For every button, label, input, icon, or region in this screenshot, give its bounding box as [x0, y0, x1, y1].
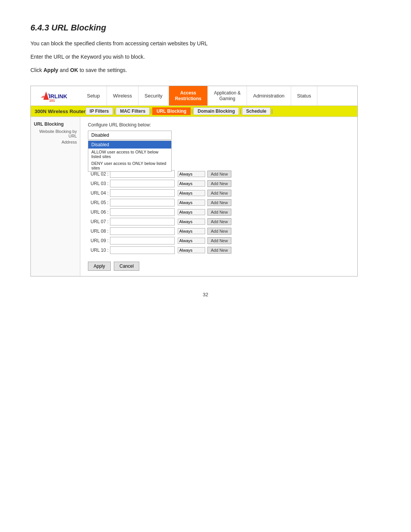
url-06-add-new-button[interactable]: Add New	[207, 209, 231, 216]
subtab-url-blocking[interactable]: URL Blocking	[152, 107, 190, 115]
ok-bold: OK	[70, 67, 78, 73]
subtab-mac-filters[interactable]: MAC Filters	[116, 107, 150, 115]
para3: Click Apply and OK to save the settings.	[30, 66, 381, 74]
url-09-label: URL 09 :	[88, 238, 110, 243]
url-02-schedule[interactable]: Always	[178, 171, 205, 177]
tab-administration[interactable]: Administration	[247, 86, 291, 105]
tab-access-restrictions[interactable]: AccessRestrictions	[169, 86, 208, 105]
para1: You can block the specified clients from…	[30, 40, 381, 48]
page-title: 6.4.3 URL Blocking	[30, 23, 381, 33]
url-06-label: URL 06 :	[88, 209, 110, 215]
subtab-domain-blocking[interactable]: Domain Blocking	[193, 107, 239, 115]
url-05-input[interactable]	[110, 199, 175, 206]
svg-text:101: 101	[49, 99, 55, 102]
main-area: URL Blocking Website Blocking by URL Add…	[31, 117, 357, 276]
url-10-input[interactable]	[110, 246, 175, 254]
page-number: 32	[30, 292, 381, 297]
url-row-04: URL 04 : Always Add New	[88, 189, 350, 197]
url-10-add-new-button[interactable]: Add New	[207, 247, 231, 254]
url-02-label: URL 02 :	[88, 171, 110, 177]
sub-tabs-container: IP Filters | MAC Filters | URL Blocking …	[86, 107, 273, 115]
url-08-label: URL 08 :	[88, 228, 110, 234]
url-04-add-new-button[interactable]: Add New	[207, 190, 231, 197]
url-02-add-new-button[interactable]: Add New	[207, 171, 231, 177]
url-07-label: URL 07 :	[88, 219, 110, 224]
url-04-schedule[interactable]: Always	[178, 190, 205, 196]
url-rows-container: URL 02 : Always Add New URL 03 : Always …	[88, 170, 350, 254]
url-07-input[interactable]	[110, 218, 175, 225]
url-05-label: URL 05 :	[88, 200, 110, 205]
url-row-06: URL 06 : Always Add New	[88, 208, 350, 216]
sidebar-section-title: URL Blocking	[34, 121, 77, 127]
url-09-add-new-button[interactable]: Add New	[207, 237, 231, 244]
url-row-09: URL 09 : Always Add New	[88, 237, 350, 244]
url-07-add-new-button[interactable]: Add New	[207, 218, 231, 225]
para2: Enter the URL or the Keyword you wish to…	[30, 53, 381, 61]
url-08-schedule[interactable]: Always	[178, 228, 205, 234]
content-area: Configure URL Blocking below: Disabled A…	[80, 117, 357, 276]
dropdown-options-list: Disabled ALLOW user access to ONLY below…	[88, 141, 172, 172]
blocking-mode-select[interactable]: Disabled ALLOW user access to ONLY below…	[88, 131, 172, 140]
url-row-05: URL 05 : Always Add New	[88, 199, 350, 206]
dropdown-option-allow[interactable]: ALLOW user access to ONLY below listed s…	[88, 149, 171, 160]
url-08-input[interactable]	[110, 227, 175, 235]
dropdown-option-disabled-selected[interactable]: Disabled	[88, 141, 171, 149]
subtitle-bar: 300N Wireless Router IP Filters | MAC Fi…	[31, 106, 357, 117]
apply-button[interactable]: Apply	[88, 262, 111, 271]
url-row-07: URL 07 : Always Add New	[88, 218, 350, 225]
config-label: Configure URL Blocking below:	[88, 122, 350, 128]
sidebar-item-website-blocking: Website Blocking by URL	[34, 129, 77, 138]
logo-area: IRLINK 101 ®	[31, 86, 80, 105]
cancel-button[interactable]: Cancel	[114, 262, 139, 271]
blocking-mode-dropdown-wrapper: Disabled ALLOW user access to ONLY below…	[88, 131, 172, 140]
tab-setup[interactable]: Setup	[80, 86, 107, 105]
apply-bold: Apply	[43, 67, 58, 73]
url-05-schedule[interactable]: Always	[178, 200, 205, 206]
sidebar-item-address: Address	[34, 140, 77, 144]
url-06-input[interactable]	[110, 208, 175, 216]
subtab-schedule[interactable]: Schedule	[242, 107, 271, 115]
url-03-label: URL 03 :	[88, 181, 110, 186]
url-07-schedule[interactable]: Always	[178, 219, 205, 225]
subtab-ip-filters[interactable]: IP Filters	[86, 107, 113, 115]
url-10-schedule[interactable]: Always	[178, 247, 205, 253]
top-nav: IRLINK 101 ® Setup Wireless Security Acc…	[31, 86, 357, 106]
url-03-input[interactable]	[110, 180, 175, 187]
url-04-input[interactable]	[110, 189, 175, 197]
router-model-name: 300N Wireless Router	[35, 109, 86, 114]
url-04-label: URL 04 :	[88, 190, 110, 196]
router-ui: IRLINK 101 ® Setup Wireless Security Acc…	[30, 86, 358, 276]
url-06-schedule[interactable]: Always	[178, 209, 205, 215]
url-10-label: URL 10 :	[88, 248, 110, 253]
svg-text:®: ®	[48, 93, 50, 96]
url-08-add-new-button[interactable]: Add New	[207, 228, 231, 235]
action-buttons: Apply Cancel	[88, 262, 350, 271]
dropdown-option-deny[interactable]: DENY user access to ONLY below listed si…	[88, 160, 171, 171]
tab-security[interactable]: Security	[139, 86, 169, 105]
url-09-input[interactable]	[110, 237, 175, 244]
airlink-logo: IRLINK 101 ®	[38, 89, 73, 103]
url-03-schedule[interactable]: Always	[178, 181, 205, 187]
url-row-08: URL 08 : Always Add New	[88, 227, 350, 235]
url-05-add-new-button[interactable]: Add New	[207, 199, 231, 206]
tab-status[interactable]: Status	[291, 86, 318, 105]
nav-tabs-container: Setup Wireless Security AccessRestrictio…	[80, 86, 357, 105]
sidebar: URL Blocking Website Blocking by URL Add…	[31, 117, 80, 276]
url-09-schedule[interactable]: Always	[178, 238, 205, 244]
tab-wireless[interactable]: Wireless	[107, 86, 139, 105]
url-03-add-new-button[interactable]: Add New	[207, 180, 231, 187]
url-row-03: URL 03 : Always Add New	[88, 180, 350, 187]
tab-application-gaming[interactable]: Application &Gaming	[208, 86, 247, 105]
url-row-10: URL 10 : Always Add New	[88, 246, 350, 254]
